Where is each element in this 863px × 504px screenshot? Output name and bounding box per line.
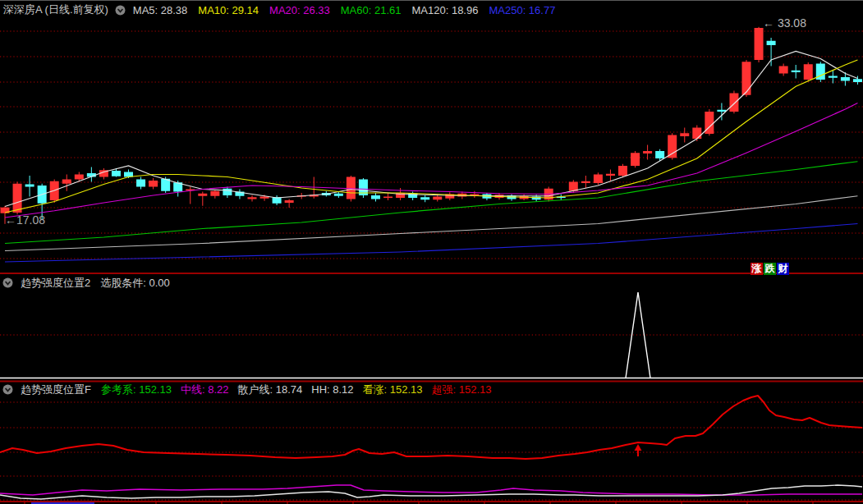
candle-body (347, 177, 356, 199)
panel2-header: 趋势强度位置2 选股条件: 0.00 (2, 276, 179, 290)
panel3-field-mid: 中线: 8.22 (181, 383, 229, 397)
candle-body (149, 181, 158, 187)
panel3-title: 趋势强度位置F (21, 383, 91, 397)
chevron-down-icon[interactable] (2, 277, 13, 288)
ma5-line (5, 52, 857, 207)
candle-body (210, 191, 219, 196)
candle-body (136, 180, 145, 187)
ma250-label: MA250: 16.77 (489, 4, 555, 16)
candle-body (594, 175, 603, 184)
candle-body (334, 194, 343, 196)
ma20-line (5, 103, 857, 218)
buy-arrow-icon (635, 444, 642, 451)
candle-body (655, 151, 664, 158)
candle-body (779, 66, 788, 74)
panel3-field-ref: 参考系: 152.13 (101, 383, 172, 397)
chevron-down-icon[interactable] (115, 5, 126, 16)
candle-body (383, 197, 392, 199)
panel3-field-bull: 看涨: 152.13 (363, 383, 423, 397)
candle-body (767, 41, 776, 45)
candle-body (285, 200, 294, 203)
quick-buttons: 涨 跌 财 (751, 263, 790, 275)
fall-button[interactable]: 跌 (764, 263, 776, 275)
candle-body (112, 171, 121, 176)
high-price-label: ← 33.08 (763, 16, 806, 30)
candle-body (75, 175, 84, 180)
title-bar: 深深房A (日线.前复权) MA5: 28.38 MA10: 29.14 MA2… (3, 2, 566, 18)
candle-body (13, 184, 22, 213)
candle-body (371, 195, 380, 199)
candle-body (248, 197, 257, 199)
candle-body (668, 135, 677, 158)
candle-body (420, 197, 429, 199)
candle-body (25, 185, 34, 187)
panel3-header: 趋势强度位置F 参考系: 152.13 中线: 8.22 散户线: 18.74 … (2, 383, 501, 396)
panel3-field-hh: HH: 8.12 (311, 383, 353, 396)
low-price-label: ←17.08 (5, 213, 45, 227)
candle-body (792, 71, 801, 72)
candle-body (643, 151, 652, 153)
chart-canvas[interactable]: ← 33.08←17.08 (0, 0, 863, 504)
candle-body (606, 174, 615, 176)
chevron-down-icon[interactable] (2, 384, 13, 395)
candle-body (223, 189, 232, 195)
panel3-field-strong: 超强: 152.13 (432, 383, 492, 397)
ma10-line (5, 60, 857, 213)
candle-body (717, 110, 726, 112)
ma60-label: MA60: 21.61 (341, 4, 402, 16)
candle-body (198, 194, 207, 196)
candle-body (680, 133, 689, 136)
ma10-label: MA10: 29.14 (198, 4, 259, 16)
candle-body (841, 77, 850, 81)
candle-body (829, 76, 838, 78)
panel2-title: 趋势强度位置2 (21, 276, 90, 291)
candle-body (433, 197, 442, 200)
candle-body (853, 79, 862, 82)
ma5-label: MA5: 28.38 (133, 4, 188, 16)
panel2-condition-value: 选股条件: 0.00 (100, 276, 170, 291)
candle-body (692, 128, 701, 140)
candle-body (804, 64, 813, 80)
candle-body (631, 153, 640, 166)
ma120-line (5, 196, 857, 251)
panel3-field-retail: 散户线: 18.74 (237, 383, 302, 397)
finance-button[interactable]: 财 (777, 263, 789, 275)
rise-button[interactable]: 涨 (751, 263, 763, 275)
candle-body (729, 94, 738, 112)
candle-body (618, 166, 627, 176)
app-window: ← 33.08←17.08 深深房A (日线.前复权) MA5: 28.38 M… (0, 0, 863, 504)
ma250-line (5, 224, 857, 263)
candle-body (755, 28, 764, 60)
ma20-label: MA20: 26.33 (269, 4, 330, 16)
symbol-title: 深深房A (日线.前复权) (3, 2, 108, 17)
candle-body (581, 181, 590, 183)
ma120-label: MA120: 18.96 (412, 4, 479, 16)
window-top-border (0, 0, 863, 1)
candle-body (742, 62, 751, 95)
candle-body (62, 180, 71, 184)
